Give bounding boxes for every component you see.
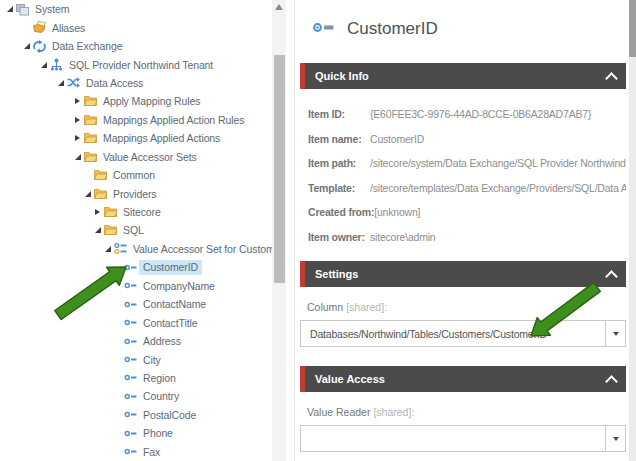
- tree-item-label[interactable]: Mappings Applied Actions: [99, 131, 224, 146]
- panel-divider: [294, 0, 295, 461]
- tree-item-label[interactable]: Apply Mapping Rules: [99, 94, 204, 109]
- tree-item-label[interactable]: SQL Provider Northwind Tenant: [65, 57, 217, 72]
- tree-item-label[interactable]: Data Access: [82, 75, 147, 90]
- tree-item-data-access[interactable]: Data Access: [0, 74, 286, 92]
- tree-item-label[interactable]: Common: [109, 168, 159, 183]
- tree-item-aliases[interactable]: Aliases: [0, 18, 286, 36]
- tree-item-label[interactable]: SQL: [119, 223, 148, 238]
- tree-expanded-icon[interactable]: [95, 227, 104, 233]
- item-title: CustomerID: [347, 19, 438, 39]
- tree-collapsed-icon[interactable]: [95, 209, 104, 215]
- collapse-chevron-icon[interactable]: [605, 72, 618, 85]
- tree-item-mappings-applied-actions[interactable]: Mappings Applied Actions: [0, 129, 286, 147]
- value-reader-dropdown[interactable]: [300, 425, 626, 452]
- tree-item-common[interactable]: Common: [0, 166, 286, 184]
- scroll-up-icon[interactable]: [275, 4, 283, 10]
- tree-item-value-accessor-set-for-customer-table[interactable]: Value Accessor Set for Customer Table: [0, 240, 286, 258]
- info-label: Item owner:: [308, 231, 370, 243]
- tree-item-country[interactable]: Country: [0, 387, 286, 405]
- tree-item-label[interactable]: Aliases: [48, 20, 89, 35]
- tree-expanded-icon[interactable]: [24, 43, 33, 49]
- tree-item-customerid[interactable]: CustomerID: [0, 258, 286, 276]
- tree-item-label[interactable]: Data Exchange: [48, 39, 127, 54]
- tree-item-label[interactable]: City: [139, 352, 165, 367]
- tree-item-companyname[interactable]: CompanyName: [0, 277, 286, 295]
- tree-item-data-exchange[interactable]: Data Exchange: [0, 37, 286, 55]
- tree-item-mappings-applied-action-rules[interactable]: Mappings Applied Action Rules: [0, 111, 286, 129]
- info-value: CustomerID: [370, 133, 424, 145]
- tree-item-label[interactable]: Country: [139, 389, 183, 404]
- tree-item-label[interactable]: ContactTitle: [139, 315, 201, 330]
- tree-collapsed-icon[interactable]: [75, 117, 84, 123]
- tree-item-postalcode[interactable]: PostalCode: [0, 406, 286, 424]
- column-dropdown[interactable]: Databases/Northwind/Tables/Customers/Cus…: [300, 320, 626, 347]
- tree-item-label[interactable]: Value Accessor Set for Customer Table: [129, 241, 286, 256]
- tree-item-sql[interactable]: SQL: [0, 221, 286, 239]
- accessor-icon: [124, 445, 139, 458]
- tree-item-label[interactable]: Region: [139, 370, 180, 385]
- value-access-section-header[interactable]: Value Access: [300, 366, 626, 392]
- info-value: [unknown]: [374, 206, 420, 218]
- content-tree-panel: SystemAliasesData ExchangeSQL Provider N…: [0, 0, 286, 461]
- detail-scrollbar-thumb[interactable]: [629, 0, 636, 57]
- tree-expanded-icon[interactable]: [75, 154, 84, 160]
- tree-item-label[interactable]: Sitecore: [119, 205, 165, 220]
- accessor-icon: [124, 316, 139, 329]
- tree-item-label[interactable]: Mappings Applied Action Rules: [99, 112, 248, 127]
- column-field-label-text: Column: [307, 301, 343, 313]
- quick-info-row: Item owner:sitecore\admin: [308, 231, 626, 244]
- system-icon: [16, 3, 31, 16]
- collapse-chevron-icon[interactable]: [605, 270, 618, 283]
- tree-collapsed-icon[interactable]: [75, 98, 84, 104]
- tree-item-label[interactable]: System: [31, 2, 73, 17]
- tree-scrollbar-thumb[interactable]: [274, 55, 285, 283]
- quick-info-content: Item ID:{E60FEE3C-9976-44AD-8CCE-0B6A28A…: [308, 108, 626, 255]
- tree-expanded-icon[interactable]: [85, 191, 94, 197]
- settings-section-header[interactable]: Settings: [300, 261, 626, 287]
- tree-item-label[interactable]: Phone: [139, 426, 177, 441]
- tree-item-fax[interactable]: Fax: [0, 443, 286, 461]
- tree-item-label[interactable]: Fax: [139, 444, 164, 459]
- tree-item-address[interactable]: Address: [0, 332, 286, 350]
- collapse-chevron-icon[interactable]: [605, 375, 618, 388]
- accessor-icon: [124, 390, 139, 403]
- value-reader-field-label-text: Value Reader: [307, 406, 370, 418]
- folder-icon: [104, 224, 119, 236]
- tree-collapsed-icon[interactable]: [75, 135, 84, 141]
- dropdown-arrow-icon[interactable]: [605, 426, 625, 451]
- detail-scrollbar[interactable]: [629, 0, 636, 461]
- tree-item-label[interactable]: CompanyName: [139, 278, 219, 293]
- tree-item-label[interactable]: PostalCode: [139, 407, 200, 422]
- tree-item-label[interactable]: Value Accessor Sets: [99, 149, 201, 164]
- tree-expanded-icon[interactable]: [7, 6, 16, 12]
- tree-item-value-accessor-sets[interactable]: Value Accessor Sets: [0, 148, 286, 166]
- data-exchange-icon: [33, 40, 48, 53]
- tree-expanded-icon[interactable]: [41, 62, 50, 68]
- tree-expanded-icon[interactable]: [105, 246, 114, 252]
- quick-info-row: Created from:[unknown]: [308, 206, 626, 219]
- tree-item-label[interactable]: ContactName: [139, 297, 210, 312]
- tree-expanded-icon[interactable]: [58, 80, 67, 86]
- tree-item-phone[interactable]: Phone: [0, 424, 286, 442]
- tree-item-sitecore[interactable]: Sitecore: [0, 203, 286, 221]
- tree-scrollbar[interactable]: [272, 0, 286, 461]
- tree-item-system[interactable]: System: [0, 0, 286, 18]
- dropdown-arrow-icon[interactable]: [605, 321, 625, 346]
- tree-item-city[interactable]: City: [0, 350, 286, 368]
- settings-heading: Settings: [315, 268, 358, 280]
- tree-item-sql-provider-northwind-tenant[interactable]: SQL Provider Northwind Tenant: [0, 55, 286, 73]
- quick-info-section-header[interactable]: Quick Info: [300, 63, 626, 89]
- tree-item-label[interactable]: Providers: [109, 186, 160, 201]
- accessor-icon: [124, 335, 139, 348]
- tree-item-contacttitle[interactable]: ContactTitle: [0, 313, 286, 331]
- tree-item-contactname[interactable]: ContactName: [0, 295, 286, 313]
- tree-item-label[interactable]: CustomerID: [139, 260, 202, 275]
- accessor-icon: [124, 279, 139, 292]
- tree-item-providers[interactable]: Providers: [0, 184, 286, 202]
- tree-item-apply-mapping-rules[interactable]: Apply Mapping Rules: [0, 92, 286, 110]
- tree-item-region[interactable]: Region: [0, 369, 286, 387]
- tree-item-label[interactable]: Address: [139, 334, 185, 349]
- data-access-icon: [67, 76, 82, 89]
- folder-icon: [104, 206, 119, 218]
- info-label: Item path:: [308, 157, 370, 169]
